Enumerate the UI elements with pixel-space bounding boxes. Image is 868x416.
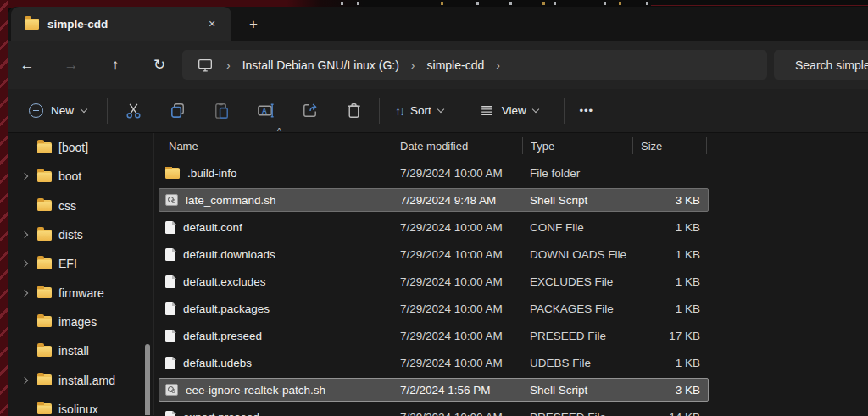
forward-button[interactable]: → [57, 51, 86, 80]
new-button-label: New [51, 104, 74, 117]
file-icon [165, 330, 175, 342]
sidebar-item-isolinux[interactable]: isolinux [8, 395, 153, 415]
chevron-right-icon[interactable]: › [404, 58, 422, 72]
column-header-size[interactable]: Size [632, 137, 707, 154]
file-type: DOWNLOADS File [523, 248, 633, 261]
scissors-icon [124, 101, 143, 120]
file-type: File folder [523, 167, 633, 180]
file-size: 1 KB [633, 221, 708, 234]
trash-icon [344, 101, 364, 120]
view-button[interactable]: View [470, 97, 547, 124]
cut-button[interactable] [116, 95, 150, 127]
more-options-button[interactable]: ••• [570, 95, 604, 127]
sidebar-item-efi[interactable]: EFI [8, 249, 153, 278]
file-date-modified: 7/29/2024 10:00 AM [392, 411, 523, 416]
toolbar-separator [564, 98, 565, 124]
table-row[interactable]: default.udebs 7/29/2024 10:00 AM UDEBS F… [159, 351, 709, 374]
sidebar-item-images[interactable]: images [8, 308, 153, 336]
column-header-type[interactable]: Type [522, 137, 632, 154]
refresh-button[interactable]: ↻ [145, 51, 174, 80]
view-list-icon [479, 103, 495, 119]
file-name: default.downloads [183, 248, 275, 261]
sidebar-item-label: firmware [58, 286, 104, 300]
new-button[interactable]: New [20, 98, 95, 123]
expand-chevron-icon[interactable] [21, 376, 28, 383]
file-type: PRESEED File [523, 330, 633, 342]
paste-button[interactable] [204, 95, 238, 127]
table-row[interactable]: default.conf 7/29/2024 10:00 AM CONF Fil… [159, 215, 709, 239]
table-row[interactable]: late_command.sh 7/29/2024 9:48 AM Shell … [159, 188, 709, 212]
table-row[interactable]: default.packages 7/29/2024 10:00 AM PACK… [159, 297, 709, 320]
share-button[interactable] [292, 95, 326, 127]
rename-button[interactable]: A [248, 95, 282, 127]
file-type: PRESEED File [523, 411, 633, 416]
file-size: 17 KB [633, 330, 708, 342]
sidebar-item-install[interactable]: install [8, 336, 153, 365]
file-size: 1 KB [633, 302, 708, 315]
address-bar[interactable]: › Install Debian GNU/Linux (G:) › simple… [182, 50, 767, 80]
sidebar-item-label: isolinux [58, 402, 98, 415]
sort-ascending-icon: ^ [277, 127, 281, 136]
expand-chevron-icon[interactable] [21, 260, 28, 267]
file-list-pane: Name ^ Date modified Type Size .build-in… [154, 133, 868, 415]
svg-text:A: A [261, 107, 266, 115]
navigation-bar: ← → ↑ ↻ › Install Debian GNU/Linux (G:) … [8, 41, 868, 89]
file-explorer-window: simple-cdd × + ← → ↑ ↻ › Install Debian … [8, 7, 868, 416]
expand-chevron-icon[interactable] [21, 289, 28, 296]
sidebar-item-label: install.amd [58, 374, 115, 387]
sidebar-item-install-amd[interactable]: install.amd [8, 365, 153, 394]
chevron-down-icon [437, 106, 444, 113]
file-name: default.conf [183, 221, 242, 234]
expand-chevron-icon[interactable] [21, 231, 28, 238]
table-row[interactable]: default.downloads 7/29/2024 10:00 AM DOW… [159, 242, 709, 266]
back-button[interactable]: ← [13, 51, 42, 80]
file-type: PACKAGES File [523, 302, 633, 315]
table-row[interactable]: .build-info 7/29/2024 10:00 AM File fold… [159, 161, 709, 185]
file-type: CONF File [523, 221, 633, 234]
table-row[interactable]: eee-ignore-realtek-patch.sh 7/2/2024 1:5… [159, 378, 709, 402]
sidebar-item--boot-[interactable]: [boot] [8, 133, 153, 162]
table-row[interactable]: expert.preseed 7/29/2024 10:00 AM PRESEE… [159, 405, 709, 416]
search-text: Search simple- [795, 58, 868, 72]
expand-chevron-icon[interactable] [21, 173, 28, 180]
file-size: 1 KB [633, 248, 708, 261]
file-date-modified: 7/29/2024 10:00 AM [392, 275, 523, 288]
sort-button[interactable]: ↑↓ Sort [387, 99, 452, 123]
sidebar-item-boot[interactable]: boot [8, 162, 153, 191]
folder-icon [25, 19, 39, 30]
sidebar-item-dists[interactable]: dists [8, 220, 153, 249]
sidebar-item-firmware[interactable]: firmware [8, 278, 153, 307]
file-type: UDEBS File [523, 357, 633, 369]
sidebar-scrollbar[interactable] [145, 344, 150, 415]
new-tab-button[interactable]: + [242, 14, 264, 36]
file-date-modified: 7/2/2024 1:56 PM [392, 384, 523, 397]
file-date-modified: 7/29/2024 10:00 AM [392, 221, 523, 234]
file-date-modified: 7/29/2024 10:00 AM [392, 330, 523, 342]
file-size: 1 KB [633, 275, 708, 288]
column-header-name[interactable]: Name ^ [159, 137, 392, 154]
sidebar-item-label: EFI [58, 257, 77, 270]
file-icon [165, 302, 175, 315]
file-date-modified: 7/29/2024 10:00 AM [392, 167, 523, 180]
chevron-right-icon[interactable]: › [489, 58, 507, 72]
file-icon [165, 357, 175, 369]
table-row[interactable]: default.excludes 7/29/2024 10:00 AM EXCL… [159, 269, 709, 293]
toolbar-separator [379, 98, 380, 124]
sidebar-item-css[interactable]: css [8, 191, 153, 220]
tab-bar: simple-cdd × + [8, 7, 868, 41]
table-row[interactable]: default.preseed 7/29/2024 10:00 AM PRESE… [159, 324, 709, 347]
copy-button[interactable] [160, 95, 194, 127]
sort-button-label: Sort [410, 104, 431, 117]
column-header-date-modified[interactable]: Date modified [392, 137, 522, 154]
up-button[interactable]: ↑ [101, 51, 130, 80]
file-icon [165, 248, 175, 261]
tab-simple-cdd[interactable]: simple-cdd × [11, 7, 231, 41]
paste-icon [212, 101, 231, 120]
close-tab-icon[interactable]: × [203, 14, 221, 33]
folder-icon [37, 287, 52, 298]
breadcrumb-drive[interactable]: Install Debian GNU/Linux (G:) [242, 58, 399, 72]
delete-button[interactable] [337, 95, 370, 127]
search-input[interactable]: Search simple- [774, 50, 868, 80]
folder-icon [37, 171, 52, 182]
breadcrumb-folder[interactable]: simple-cdd [427, 58, 485, 72]
